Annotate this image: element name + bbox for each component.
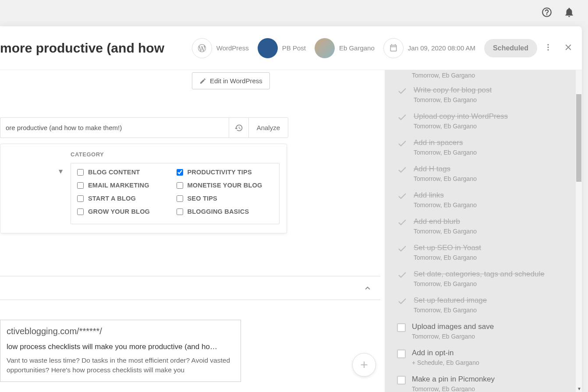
more-menu-icon[interactable] [544,43,553,53]
edit-button-label: Edit in WordPress [210,77,262,85]
schedule-chip[interactable]: Jan 09, 2020 08:00 AM [383,38,475,58]
task-meta: Tomorrow, Eb Gargano [414,96,567,103]
category-item[interactable]: MONETISE YOUR BLOG [177,182,273,189]
avatar [315,38,335,58]
calendar-icon [383,38,404,58]
post-title-fragment: more productive (and how [0,41,164,56]
category-item[interactable]: BLOG CONTENT [77,169,174,176]
help-icon[interactable] [541,7,553,20]
category-item[interactable]: SEO TIPS [177,195,273,202]
svg-point-0 [547,44,549,45]
wordpress-icon [192,38,212,58]
history-icon [234,124,243,132]
chevron-down-icon: ▾ [59,166,63,176]
checkmark-icon[interactable] [397,296,407,307]
task-title: Make a pin in Picmonkey [412,375,567,384]
plus-icon: + [360,357,368,372]
checkmark-icon[interactable] [397,138,407,149]
category-label: MONETISE YOUR BLOG [188,182,262,189]
task-checkbox[interactable] [397,323,406,332]
history-button[interactable] [229,117,248,138]
title-input-row: Analyze [0,117,288,138]
task-row[interactable]: Set date, categories, tags and scheduleT… [397,270,567,287]
bell-icon[interactable] [563,7,575,20]
category-checkbox[interactable] [177,195,183,202]
task-row[interactable]: Upload copy into WordPressTomorrow, Eb G… [397,112,567,130]
task-title: Upload images and save [412,322,567,331]
seo-url: ctiveblogging.com/******/ [7,326,234,336]
category-card: ▾ CATEGORY BLOG CONTENTPRODUCTIVITY TIPS… [0,144,287,233]
edit-in-wordpress-button[interactable]: Edit in WordPress [192,72,270,89]
category-checkbox[interactable] [77,208,84,215]
task-meta: Tomorrow, Eb Gargano [414,228,567,235]
checkmark-icon[interactable] [397,165,407,175]
category-checkbox[interactable] [177,182,183,189]
task-meta: Tomorrow, Eb Gargano [412,333,567,340]
category-list[interactable]: BLOG CONTENTPRODUCTIVITY TIPSEMAIL MARKE… [71,163,280,224]
task-title: Add H tags [414,165,567,173]
category-checkbox[interactable] [177,208,183,215]
svg-point-1 [547,46,549,48]
category-checkbox[interactable] [77,195,84,202]
category-item[interactable]: EMAIL MARKETING [77,182,174,189]
task-title: Add links [414,191,567,200]
analyze-button[interactable]: Analyze [248,117,288,138]
seo-preview: ctiveblogging.com/******/ low process ch… [0,320,241,382]
task-meta: Tomorrow, Eb Gargano [414,149,567,156]
checkmark-icon[interactable] [397,217,407,228]
task-row[interactable]: Set up featured imageTomorrow, Eb Gargan… [397,296,567,314]
category-label: BLOG CONTENT [88,169,140,176]
task-row[interactable]: Set up SEO in YoastTomorrow, Eb Gargano [397,244,567,261]
add-button[interactable]: + [352,353,376,377]
checkmark-icon[interactable] [397,191,407,201]
category-label: EMAIL MARKETING [88,182,149,189]
chevron-up-icon [363,283,372,293]
category-checkbox[interactable] [77,182,84,189]
task-row[interactable]: Add in spacersTomorrow, Eb Gargano [397,138,567,156]
external-edit-icon [199,78,206,85]
task-row[interactable]: Upload images and saveTomorrow, Eb Garga… [397,322,567,340]
category-item[interactable]: PRODUCTIVITY TIPS [177,169,273,176]
checkmark-icon[interactable] [397,244,407,254]
category-item[interactable]: BLOGGING BASICS [177,208,273,215]
task-meta: Tomorrow, Eb Gargano [414,201,567,208]
scrollbar[interactable]: ▼ [576,70,582,392]
task-title: Set date, categories, tags and schedule [414,270,567,279]
category-label: PRODUCTIVITY TIPS [188,169,252,176]
panel-header: more productive (and how WordPress PB Po… [0,26,582,70]
task-checkbox[interactable] [397,376,406,385]
task-title: Add in opt-in [412,349,567,357]
task-meta: Tomorrow, Eb Gargano [414,254,567,261]
platform-chip[interactable]: WordPress [192,38,249,58]
category-checkbox[interactable] [77,169,84,176]
category-item[interactable]: START A BLOG [77,195,174,202]
task-title: Set up featured image [414,296,567,305]
posttype-chip[interactable]: PB Post [258,38,306,58]
post-title-input[interactable] [0,117,229,138]
status-badge: Scheduled [484,39,537,57]
task-title: Set up SEO in Yoast [414,244,567,252]
task-list[interactable]: Tomorrow, Eb Gargano Write copy for blog… [385,70,576,392]
post-panel: more productive (and how WordPress PB Po… [0,26,582,392]
checkmark-icon[interactable] [397,112,407,123]
category-item[interactable]: GROW YOUR BLOG [77,208,174,215]
category-checkbox[interactable] [177,169,183,176]
task-row[interactable]: Add H tagsTomorrow, Eb Gargano [397,165,567,182]
task-row[interactable]: Add end blurbTomorrow, Eb Gargano [397,217,567,235]
section-collapse-bar[interactable] [0,276,380,300]
task-title: Upload copy into WordPress [414,112,567,121]
left-column: Edit in WordPress Analyze ▾ CATEGORY BLO… [0,70,385,392]
task-row[interactable]: Make a pin in PicmonkeyTomorrow, Eb Garg… [397,375,567,392]
scrollbar-thumb[interactable] [576,94,581,182]
checkmark-icon[interactable] [397,270,407,280]
author-label: Eb Gargano [339,44,375,52]
task-row[interactable]: Add in opt-in+ Schedule, Eb Gargano [397,349,567,366]
scroll-down-arrow-icon[interactable]: ▼ [577,386,581,391]
close-icon[interactable] [563,42,573,54]
author-chip[interactable]: Eb Gargano [315,38,375,58]
checkmark-icon[interactable] [397,86,407,96]
task-checkbox[interactable] [397,350,406,358]
task-row[interactable]: Add linksTomorrow, Eb Gargano [397,191,567,208]
dropdown-area[interactable]: ▾ [0,151,71,224]
task-row[interactable]: Write copy for blog postTomorrow, Eb Gar… [397,86,567,103]
